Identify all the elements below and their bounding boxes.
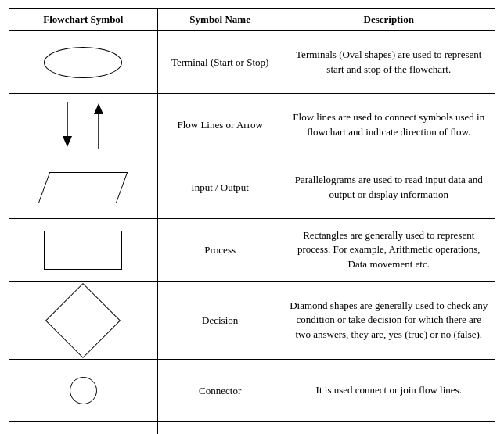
symbol-name-connector: Connector (157, 360, 283, 422)
symbol-name-io: Input / Output (157, 156, 283, 219)
table-row: Connector It is used connect or join flo… (9, 360, 495, 422)
symbol-rectangle (9, 219, 158, 282)
symbol-name-terminal: Terminal (Start or Stop) (157, 31, 283, 94)
symbol-name-process: Process (157, 219, 283, 282)
table-row: Annotation It is used to provide additio… (9, 422, 495, 435)
flow-arrows (59, 102, 106, 149)
symbol-name-annotation: Annotation (157, 422, 283, 435)
arrow-down-icon (59, 102, 75, 149)
table-row: Decision Diamond shapes are generally us… (9, 282, 495, 360)
col-header-desc: Description (283, 9, 495, 31)
rectangle-shape (44, 231, 122, 270)
symbol-parallelogram (9, 156, 158, 219)
svg-marker-1 (63, 136, 72, 147)
symbol-desc-flow: Flow lines are used to connect symbols u… (283, 94, 495, 156)
symbol-desc-terminal: Terminals (Oval shapes) are used to repr… (283, 31, 495, 94)
circle-shape (70, 377, 97, 404)
symbol-terminal (9, 31, 158, 94)
symbol-flow-lines (9, 94, 158, 156)
parallelogram-shape (38, 172, 128, 203)
col-header-name: Symbol Name (157, 9, 283, 31)
symbol-name-decision: Decision (157, 282, 283, 360)
symbol-desc-annotation: It is used to provide additional informa… (283, 422, 495, 435)
diamond-wrap (52, 289, 114, 352)
symbol-desc-process: Rectangles are generally used to represe… (283, 219, 495, 282)
table-row: Process Rectangles are generally used to… (9, 219, 495, 282)
oval-shape (44, 47, 122, 78)
symbol-desc-decision: Diamond shapes are generally used to che… (283, 282, 495, 360)
col-header-symbol: Flowchart Symbol (9, 9, 158, 31)
diamond-shape (45, 282, 121, 357)
table-row: Terminal (Start or Stop) Terminals (Oval… (9, 31, 495, 94)
table-row: Input / Output Parallelograms are used t… (9, 156, 495, 219)
flowchart-symbols-table: Flowchart Symbol Symbol Name Description… (9, 8, 495, 434)
symbol-desc-io: Parallelograms are used to read input da… (283, 156, 495, 219)
arrow-up-icon (91, 102, 106, 149)
table-row: Flow Lines or Arrow Flow lines are used … (9, 94, 495, 156)
symbol-diamond (9, 282, 158, 360)
symbol-annotation (9, 422, 158, 435)
svg-marker-3 (94, 103, 103, 114)
symbol-name-flow: Flow Lines or Arrow (157, 94, 283, 156)
symbol-desc-connector: It is used connect or join flow lines. (283, 360, 495, 422)
symbol-circle (9, 360, 158, 422)
